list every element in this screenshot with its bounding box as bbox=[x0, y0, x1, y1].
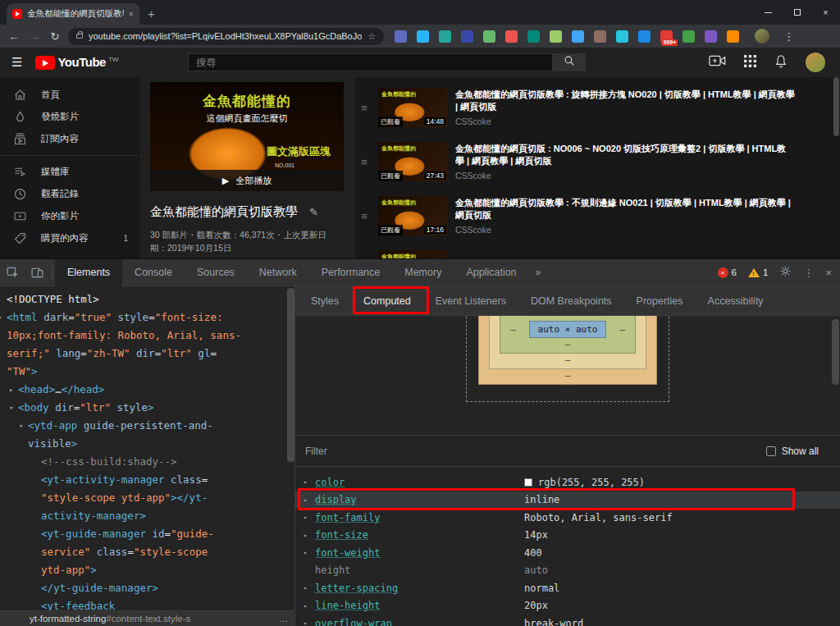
extension-icon[interactable] bbox=[395, 30, 407, 43]
window-maximize-button[interactable] bbox=[783, 0, 811, 25]
guide-hamburger-icon[interactable]: ☰ bbox=[11, 55, 22, 70]
computed-property-name[interactable]: color bbox=[315, 477, 524, 488]
dom-tree-line[interactable]: service" class="style-scope bbox=[0, 543, 294, 561]
computed-property-row[interactable]: ▸overflow-wrapbreak-word bbox=[295, 615, 840, 626]
dom-tree-line[interactable]: activity-manager> bbox=[0, 507, 294, 525]
computed-property-name[interactable]: line-height bbox=[315, 600, 524, 611]
devtools-tab-memory[interactable]: Memory bbox=[392, 259, 454, 286]
caret-down-icon[interactable]: ▾ bbox=[9, 399, 13, 417]
devtools-subtab-styles[interactable]: Styles bbox=[299, 286, 351, 316]
computed-property-row[interactable]: ▸displayinline bbox=[295, 491, 840, 509]
devtools-subtab-accessibility[interactable]: Accessibility bbox=[696, 286, 776, 316]
search-input[interactable] bbox=[188, 53, 553, 71]
sidebar-item-home[interactable]: 首頁 bbox=[0, 84, 139, 106]
dom-tree-line[interactable]: <yt-activity-manager class= bbox=[0, 471, 294, 489]
bookmark-star-icon[interactable]: ☆ bbox=[368, 31, 376, 42]
padding-left-value[interactable]: – bbox=[510, 323, 516, 336]
video-channel[interactable]: CSScoke bbox=[455, 171, 795, 180]
extension-icon[interactable]: 999+ bbox=[660, 30, 673, 43]
warning-badge[interactable]: ! 1 bbox=[748, 267, 768, 277]
caret-right-icon[interactable]: ▸ bbox=[9, 381, 13, 399]
devtools-settings-icon[interactable] bbox=[779, 265, 792, 281]
extension-icon[interactable] bbox=[439, 30, 451, 43]
window-minimize-button[interactable] bbox=[754, 0, 783, 25]
computed-property-name[interactable]: display bbox=[315, 494, 524, 505]
dom-tree-line[interactable]: <yt-feedback bbox=[0, 597, 294, 610]
devtools-tab-sources[interactable]: Sources bbox=[185, 259, 247, 286]
video-channel[interactable]: CSScoke bbox=[455, 225, 795, 235]
padding-right-value[interactable]: – bbox=[619, 323, 625, 336]
box-model-border[interactable]: – auto × auto – – – bbox=[489, 316, 646, 369]
caret-right-icon[interactable]: ▸ bbox=[304, 584, 315, 592]
apps-grid-icon[interactable] bbox=[744, 55, 756, 71]
browser-menu-icon[interactable]: ⋮ bbox=[783, 30, 794, 43]
devtools-tab-console[interactable]: Console bbox=[122, 259, 185, 286]
devtools-tab-performance[interactable]: Performance bbox=[309, 259, 393, 286]
sidebar-item-history[interactable]: 觀看記錄 bbox=[0, 183, 139, 205]
dom-tree-line[interactable]: ytd-app"> bbox=[0, 561, 294, 579]
extension-icon[interactable] bbox=[705, 30, 717, 43]
sidebar-item-subs[interactable]: 訂閱內容 bbox=[0, 128, 139, 150]
caret-right-icon[interactable]: ▸ bbox=[304, 532, 315, 539]
dom-tree-line[interactable]: ▾<html dark="true" style="font-size: bbox=[0, 308, 294, 327]
dom-tree-line[interactable]: ▾<ytd-app guide-persistent-and- bbox=[0, 417, 294, 435]
breadcrumb-element[interactable]: yt-formatted-string bbox=[30, 614, 106, 624]
devtools-subtab-properties[interactable]: Properties bbox=[624, 286, 696, 316]
drag-handle-icon[interactable]: ≡ bbox=[358, 156, 371, 168]
computed-property-row[interactable]: ▸letter-spacingnormal bbox=[295, 579, 840, 597]
caret-right-icon[interactable]: ▸ bbox=[304, 619, 315, 626]
computed-property-row[interactable]: heightauto bbox=[295, 562, 840, 580]
computed-property-name[interactable]: font-weight bbox=[315, 547, 524, 559]
tab-close-icon[interactable]: × bbox=[129, 9, 134, 19]
caret-down-icon[interactable]: ▾ bbox=[0, 308, 2, 327]
sidebar-item-purchases[interactable]: 購買的內容1 bbox=[0, 227, 139, 249]
video-thumbnail[interactable]: 金魚都能懂的已觀看14:48 bbox=[378, 88, 448, 127]
device-toolbar-icon[interactable] bbox=[25, 266, 49, 279]
devtools-menu-icon[interactable]: ⋮ bbox=[803, 267, 814, 279]
extension-icon[interactable] bbox=[483, 30, 495, 43]
notifications-bell-icon[interactable] bbox=[774, 54, 788, 71]
extension-icon[interactable] bbox=[594, 30, 606, 43]
address-bar[interactable]: youtube.com/playlist?list=PLqivELodHt3hx… bbox=[68, 28, 384, 45]
computed-property-row[interactable]: ▸colorrgb(255, 255, 255) bbox=[295, 473, 840, 491]
extension-icon[interactable] bbox=[550, 30, 562, 43]
extension-icon[interactable] bbox=[727, 30, 739, 43]
inspect-element-icon[interactable] bbox=[0, 266, 25, 279]
video-thumbnail[interactable]: 金魚都能懂的已觀看 bbox=[378, 250, 448, 258]
caret-right-icon[interactable]: ▸ bbox=[304, 549, 315, 556]
extension-icon[interactable] bbox=[682, 30, 695, 43]
extension-icon[interactable] bbox=[638, 30, 651, 43]
dom-tree-line[interactable]: <!--css-build:shady--> bbox=[0, 453, 294, 471]
video-row[interactable]: ≡金魚都能懂的已觀看27:43金魚都能懂的網頁切版 : NO006 ~ NO02… bbox=[354, 135, 840, 189]
position-bottom-value[interactable]: – bbox=[565, 385, 571, 397]
devtools-subtab-computed[interactable]: Computed bbox=[351, 286, 423, 316]
computed-property-name[interactable]: overflow-wrap bbox=[315, 618, 524, 626]
box-model-content[interactable]: auto × auto bbox=[529, 321, 607, 338]
edit-pencil-icon[interactable]: ✎ bbox=[309, 206, 318, 218]
video-thumbnail[interactable]: 金魚都能懂的已觀看27:43 bbox=[378, 142, 448, 181]
youtube-logo[interactable]: YouTube TW bbox=[35, 55, 118, 70]
sidebar-item-fire[interactable]: 發燒影片 bbox=[0, 106, 139, 128]
computed-property-row[interactable]: ▸font-familyRoboto, Arial, sans-serif bbox=[295, 509, 840, 527]
video-row[interactable]: ≡金魚都能懂的已觀看14:48金魚都能懂的網頁切版教學 : 旋轉拼接方塊 NO0… bbox=[354, 80, 840, 135]
computed-property-row[interactable]: ▸font-size14px bbox=[295, 527, 840, 545]
dom-tree-line[interactable]: "style-scope ytd-app"></yt- bbox=[0, 489, 294, 507]
dom-tree-line[interactable]: 10px;font-family: Roboto, Arial, sans- bbox=[0, 327, 294, 345]
computed-property-row[interactable]: ▸line-height20px bbox=[295, 597, 840, 615]
computed-property-name[interactable]: height bbox=[315, 564, 524, 576]
computed-property-name[interactable]: font-size bbox=[315, 529, 524, 541]
video-row[interactable]: ≡金魚都能懂的已觀看17:16金魚都能懂的網頁切版教學 : 不規則邊緣 NO02… bbox=[354, 189, 840, 243]
drag-handle-icon[interactable]: ≡ bbox=[358, 102, 371, 114]
youtube-account-avatar[interactable] bbox=[806, 53, 825, 72]
caret-down-icon[interactable]: ▾ bbox=[19, 417, 23, 435]
devtools-subtab-dom-breakpoints[interactable]: DOM Breakpoints bbox=[518, 286, 624, 316]
drag-handle-icon[interactable]: ≡ bbox=[358, 210, 371, 222]
show-all-checkbox[interactable] bbox=[766, 446, 776, 456]
extension-icon[interactable] bbox=[505, 30, 518, 43]
dom-tree-line[interactable]: serif;" lang="zh-TW" dir="ltr" gl= bbox=[0, 345, 294, 363]
caret-right-icon[interactable]: ▸ bbox=[304, 496, 315, 504]
computed-property-row[interactable]: ▸font-weight400 bbox=[295, 544, 840, 562]
video-row[interactable]: ≡金魚都能懂的已觀看金魚都能懂的網頁切版教學 : 立文字排版 上集 NO022 … bbox=[354, 243, 840, 258]
tabs-overflow-icon[interactable]: » bbox=[529, 267, 548, 278]
elements-scrollbar-thumb[interactable] bbox=[287, 288, 294, 462]
